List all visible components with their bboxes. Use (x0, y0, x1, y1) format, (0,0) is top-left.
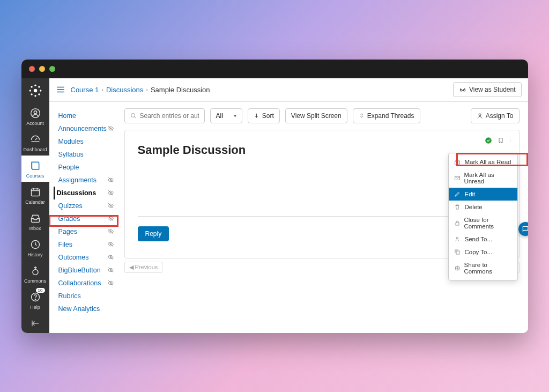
nav-history[interactable]: History (21, 234, 49, 261)
dropdown-item[interactable]: Delete (449, 201, 517, 213)
course-nav-item[interactable]: Pages (57, 225, 116, 238)
sort-button[interactable]: Sort (248, 108, 280, 123)
course-nav-label: Pages (58, 228, 77, 235)
prev-button[interactable]: ◀ Previous (124, 262, 163, 273)
nav-label: Commons (24, 278, 46, 284)
hidden-eye-icon (107, 267, 114, 273)
course-nav: HomeAnnouncementsModulesSyllabusPeopleAs… (49, 102, 120, 333)
course-nav-label: Assignments (58, 176, 97, 184)
course-nav-label: Grades (58, 215, 80, 223)
inbox-icon (29, 212, 41, 224)
course-nav-item[interactable]: People (57, 161, 116, 174)
breadcrumb-course[interactable]: Course 1 (71, 86, 99, 94)
course-nav-item[interactable]: Syllabus (57, 148, 116, 161)
arrow-down-icon (254, 113, 259, 119)
svg-point-9 (31, 108, 40, 117)
search-input-wrapper[interactable] (124, 108, 205, 123)
dropdown-item-label: Edit (465, 191, 476, 197)
course-nav-item[interactable]: Announcements (57, 122, 116, 135)
button-label: Expand Threads (367, 112, 414, 120)
course-nav-item[interactable]: New Analytics (57, 302, 116, 315)
button-label: Assign To (486, 112, 514, 120)
nav-dashboard[interactable]: Dashboard (21, 129, 49, 156)
course-nav-label: Rubrics (58, 292, 81, 300)
dropdown-item[interactable]: Share to Commons (449, 258, 517, 278)
dropdown-item[interactable]: Edit (449, 188, 517, 201)
dropdown-item[interactable]: Copy To... (449, 246, 517, 258)
dropdown-item[interactable]: Close for Comments (449, 213, 517, 233)
copy-icon (454, 249, 461, 255)
window-minimize-icon[interactable] (39, 66, 45, 72)
svg-point-4 (40, 90, 41, 91)
course-nav-item[interactable]: Home (57, 109, 116, 122)
svg-point-2 (34, 95, 36, 97)
dropdown-item-label: Mark All as Read (465, 159, 511, 165)
dropdown-item-label: Copy To... (465, 249, 493, 255)
dropdown-item-label: Send To... (465, 236, 493, 242)
split-screen-button[interactable]: View Split Screen (285, 108, 347, 123)
course-nav-item[interactable]: Discussions (54, 187, 116, 199)
discussion-toolbar: All ▾ Sort View Split Screen Expand (124, 108, 520, 123)
commons-icon (29, 265, 41, 277)
assign-to-button[interactable]: Assign To (471, 108, 520, 123)
dropdown-item[interactable]: Mark All as Read (449, 156, 517, 168)
pencil-icon (454, 191, 461, 197)
dashboard-icon (29, 134, 41, 145)
search-icon (130, 113, 137, 119)
svg-point-5 (31, 86, 32, 87)
discussion-area: All ▾ Sort View Split Screen Expand (120, 102, 528, 333)
nav-inbox[interactable]: Inbox (21, 208, 49, 234)
breadcrumb-discussions[interactable]: Discussions (106, 86, 143, 94)
options-dropdown: Mark All as ReadMark All as UnreadEditDe… (448, 153, 518, 280)
svg-rect-11 (31, 189, 39, 196)
course-nav-item[interactable]: Collaborations (57, 277, 116, 290)
mail-open-icon (454, 159, 461, 165)
filter-value: All (216, 112, 223, 120)
published-icon[interactable] (485, 137, 492, 144)
course-nav-item[interactable]: Files (57, 238, 116, 251)
button-label: View Split Screen (291, 112, 342, 120)
search-input[interactable] (140, 112, 199, 120)
course-nav-label: Home (58, 112, 76, 120)
dropdown-item[interactable]: Mark All as Unread (449, 168, 517, 188)
course-nav-item[interactable]: Grades (57, 212, 116, 225)
more-options-button[interactable] (509, 137, 511, 144)
help-icon (29, 291, 41, 303)
clock-icon (29, 239, 41, 250)
course-nav-label: Syllabus (58, 151, 84, 158)
course-nav-label: Discussions (57, 189, 97, 197)
bookmark-icon[interactable] (498, 137, 504, 144)
course-nav-label: Collaborations (58, 279, 101, 287)
hamburger-button[interactable] (56, 85, 65, 94)
course-nav-item[interactable]: BigBlueButton (57, 264, 116, 277)
filter-select[interactable]: All ▾ (210, 108, 242, 123)
collapse-nav-button[interactable] (21, 313, 49, 333)
canvas-logo-icon[interactable] (21, 78, 49, 103)
course-nav-item[interactable]: Rubrics (57, 290, 116, 302)
nav-help[interactable]: 10 Help (21, 287, 49, 313)
svg-point-7 (31, 93, 32, 95)
nav-commons[interactable]: Commons (21, 261, 49, 287)
window-maximize-icon[interactable] (49, 66, 55, 72)
course-nav-item[interactable]: Outcomes (57, 251, 116, 264)
reply-button[interactable]: Reply (138, 226, 169, 241)
expand-threads-button[interactable]: Expand Threads (353, 108, 420, 123)
view-as-student-button[interactable]: View as Student (453, 82, 522, 97)
dropdown-item-label: Close for Comments (464, 217, 512, 230)
course-nav-item[interactable]: Quizzes (57, 199, 116, 212)
dropdown-item-label: Delete (465, 204, 483, 210)
nav-account[interactable]: Account (21, 103, 49, 129)
svg-point-6 (38, 86, 40, 87)
hidden-eye-icon (107, 125, 114, 132)
nav-courses[interactable]: Courses (21, 156, 49, 182)
hidden-eye-icon (107, 254, 114, 261)
app-window: Account Dashboard Courses Calendar Inbox… (21, 60, 528, 333)
global-nav: Account Dashboard Courses Calendar Inbox… (21, 78, 49, 333)
dropdown-item[interactable]: Send To... (449, 233, 517, 246)
window-close-icon[interactable] (29, 66, 35, 72)
course-nav-item[interactable]: Assignments (57, 174, 116, 187)
nav-calendar[interactable]: Calendar (21, 182, 49, 208)
help-badge: 10 (36, 288, 45, 293)
nav-label: Inbox (29, 226, 41, 231)
course-nav-item[interactable]: Modules (57, 135, 116, 148)
